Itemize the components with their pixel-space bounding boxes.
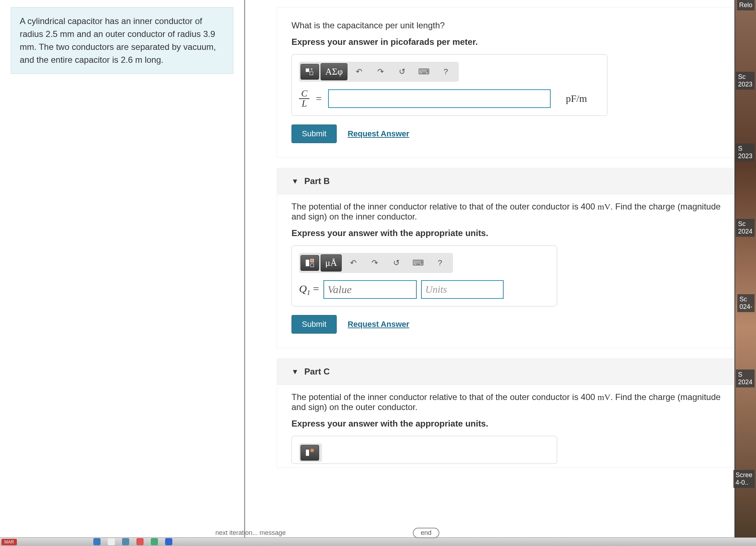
svg-rect-7: [311, 449, 314, 452]
part-c-instruction: Express your answer with the appropriate…: [291, 419, 731, 429]
side-item[interactable]: Sc2024: [736, 219, 755, 237]
redo-icon: ↷: [375, 67, 386, 76]
help-button[interactable]: ?: [430, 255, 450, 271]
reset-button[interactable]: ↺: [392, 64, 412, 80]
part-c-question: The potential of the inner conductor rel…: [291, 392, 731, 412]
end-pill[interactable]: end: [413, 528, 439, 538]
svg-rect-2: [310, 72, 313, 75]
undo-icon: ↶: [354, 67, 364, 76]
chevron-down-icon: ▼: [291, 177, 299, 185]
keyboard-button[interactable]: ⌨: [414, 64, 434, 80]
redo-button[interactable]: ↷: [365, 255, 385, 271]
part-a-unit-label: pF/m: [566, 93, 587, 104]
part-a-submit-button[interactable]: Submit: [291, 124, 337, 143]
help-icon: ?: [440, 67, 451, 76]
part-a-instruction: Express your answer in picofarads per me…: [291, 37, 731, 47]
part-b-title: Part B: [304, 176, 330, 186]
part-c-content: The potential of the inner conductor rel…: [277, 385, 745, 468]
dock-app-icon[interactable]: [122, 538, 129, 545]
part-c-title: Part C: [304, 367, 330, 377]
part-b-question: The potential of the inner conductor rel…: [291, 202, 731, 222]
help-button[interactable]: ?: [436, 64, 456, 80]
part-b-value-input[interactable]: [323, 280, 417, 299]
undo-icon: ↶: [348, 258, 359, 268]
dock-app-icon[interactable]: [108, 538, 115, 545]
part-b-answer-box: μÅ ↶ ↷ ↺ ⌨ ? Q1 = Units: [291, 245, 557, 306]
equals-sign: =: [316, 93, 322, 104]
part-a-answer-input[interactable]: [328, 89, 551, 108]
templates-button[interactable]: [300, 445, 319, 461]
keyboard-icon: ⌨: [412, 258, 424, 268]
svg-rect-6: [306, 449, 309, 456]
part-b-instruction: Express your answer with the appropriate…: [291, 228, 731, 238]
side-item[interactable]: Relo: [737, 0, 755, 10]
desktop-sidebar: Relo Sc2023 S2023 Sc2024 Sc024- S2024 Sc…: [734, 0, 756, 546]
answer-panel: What is the capacitance per unit length?…: [245, 0, 756, 546]
part-c-answer-box: [291, 436, 557, 464]
next-iteration-label: next iteration... message: [215, 529, 286, 537]
part-b-request-answer-link[interactable]: Request Answer: [347, 320, 409, 329]
part-a-question: What is the capacitance per unit length?: [291, 20, 731, 30]
svg-text:x: x: [311, 67, 313, 71]
part-b-units-input[interactable]: Units: [421, 280, 504, 299]
q1-label: Q1 =: [299, 283, 319, 297]
dock-app-icon[interactable]: [93, 538, 101, 545]
side-item[interactable]: S2024: [736, 370, 755, 387]
template-icon: x: [305, 67, 314, 76]
svg-rect-3: [306, 260, 309, 266]
templates-button[interactable]: [300, 255, 319, 271]
undo-button[interactable]: ↶: [343, 255, 363, 271]
undo-button[interactable]: ↶: [349, 64, 369, 80]
problem-statement: A cylindrical capacitor has an inner con…: [11, 7, 233, 74]
dock-icons: [93, 538, 172, 545]
part-c-toolbar: [299, 443, 322, 462]
reset-button[interactable]: ↺: [386, 255, 406, 271]
part-a-content: What is the capacitance per unit length?…: [277, 7, 745, 158]
part-b-submit-button[interactable]: Submit: [291, 315, 337, 334]
help-icon: ?: [435, 258, 445, 268]
redo-button[interactable]: ↷: [370, 64, 391, 80]
keyboard-icon: ⌨: [418, 67, 430, 76]
reset-icon: ↺: [397, 67, 407, 76]
template-icon: [305, 448, 314, 457]
part-a-toolbar: x ΑΣφ ↶ ↷ ↺ ⌨ ?: [299, 62, 459, 82]
part-b-content: The potential of the inner conductor rel…: [277, 194, 745, 348]
svg-rect-5: [311, 264, 314, 267]
units-button[interactable]: μÅ: [321, 254, 342, 272]
greek-icon: ΑΣφ: [325, 66, 343, 77]
dock-app-icon[interactable]: [165, 538, 172, 545]
units-icon: μÅ: [325, 258, 337, 268]
svg-rect-0: [306, 69, 309, 72]
part-b-toolbar: μÅ ↶ ↷ ↺ ⌨ ?: [299, 253, 453, 273]
side-item[interactable]: Sc024-: [737, 294, 755, 312]
capacitance-per-length-label: C L: [299, 89, 309, 108]
reset-icon: ↺: [391, 258, 402, 268]
part-c-header[interactable]: ▼ Part C: [277, 358, 745, 385]
chevron-down-icon: ▼: [291, 368, 299, 376]
part-a-answer-box: x ΑΣφ ↶ ↷ ↺ ⌨ ? C L = pF/m: [291, 54, 607, 116]
redo-icon: ↷: [369, 258, 380, 268]
template-icon: [305, 258, 314, 268]
calendar-badge[interactable]: MAR: [1, 539, 17, 545]
dock-app-icon[interactable]: [151, 538, 158, 545]
svg-rect-4: [311, 259, 314, 262]
part-b-header[interactable]: ▼ Part B: [277, 168, 745, 194]
dock-app-icon[interactable]: [136, 538, 144, 545]
templates-button[interactable]: x: [300, 64, 319, 80]
side-item[interactable]: Sc2023: [736, 72, 755, 90]
part-a-request-answer-link[interactable]: Request Answer: [347, 129, 409, 138]
side-item[interactable]: Scree4-0..: [733, 470, 755, 488]
keyboard-button[interactable]: ⌨: [408, 255, 429, 271]
symbols-button[interactable]: ΑΣφ: [321, 63, 347, 80]
side-item[interactable]: S2023: [736, 143, 755, 161]
